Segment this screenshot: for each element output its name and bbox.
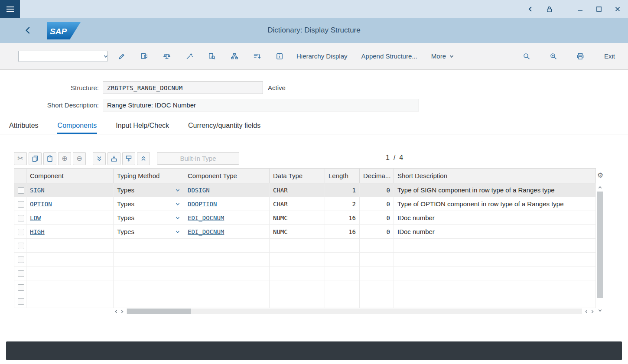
sort-descending-icon[interactable] xyxy=(250,49,264,64)
row-select-cell[interactable] xyxy=(14,225,26,239)
table-row-empty[interactable] xyxy=(14,266,596,280)
horizontal-scroll-thumb[interactable] xyxy=(127,309,191,314)
chevron-down-icon[interactable] xyxy=(175,215,180,221)
col-header-length[interactable]: Length xyxy=(325,169,360,183)
scroll-right-icon[interactable] xyxy=(119,309,125,314)
row-select-cell[interactable] xyxy=(14,239,26,253)
row-checkbox[interactable] xyxy=(18,243,24,249)
paste-icon[interactable] xyxy=(43,152,56,165)
tab-currency-quantity-fields[interactable]: Currency/quantity fields xyxy=(188,118,261,134)
col-header-typing-method[interactable]: Typing Method xyxy=(114,169,184,183)
scroll-down-icon[interactable] xyxy=(598,308,602,313)
table-row[interactable]: OPTION Types DDOPTION CHAR 2 0 Type of O… xyxy=(14,197,596,211)
row-select-cell[interactable] xyxy=(14,253,26,266)
row-select-cell[interactable] xyxy=(14,266,26,280)
command-field[interactable] xyxy=(18,51,107,62)
row-checkbox[interactable] xyxy=(18,215,24,221)
chevron-down-icon[interactable] xyxy=(175,202,180,207)
close-icon[interactable] xyxy=(614,6,621,13)
cut-icon[interactable]: ✂ xyxy=(14,152,27,165)
col-header-short-description[interactable]: Short Description xyxy=(394,169,596,183)
table-row[interactable]: LOW Types EDI_DOCNUM NUMC 16 0 IDoc numb… xyxy=(14,211,596,225)
info-icon[interactable] xyxy=(272,49,287,64)
short-description-label: Short Description: xyxy=(0,101,103,109)
search-plus-icon[interactable] xyxy=(546,49,561,64)
table-settings-gear-icon[interactable]: ⚙ xyxy=(595,168,605,183)
table-row[interactable]: HIGH Types EDI_DOCNUM NUMC 16 0 IDoc num… xyxy=(14,225,596,239)
append-structure-button[interactable]: Append Structure... xyxy=(357,49,422,63)
component-type-link[interactable]: DDSIGN xyxy=(188,187,210,194)
maximize-icon[interactable] xyxy=(595,6,602,13)
chevron-down-icon[interactable] xyxy=(175,188,180,193)
col-header-component[interactable]: Component xyxy=(26,169,114,183)
table-row-empty[interactable] xyxy=(14,253,596,266)
table-row-empty[interactable] xyxy=(14,239,596,253)
refresh-object-icon[interactable] xyxy=(137,49,152,64)
col-header-data-type[interactable]: Data Type xyxy=(270,169,325,183)
component-link[interactable]: SIGN xyxy=(30,187,45,194)
short-description-field[interactable]: Range Struture: IDOC Number xyxy=(103,99,419,111)
scroll-left-end-icon[interactable] xyxy=(583,309,589,314)
select-all-header[interactable] xyxy=(14,169,26,183)
remove-line-icon[interactable] xyxy=(122,152,135,165)
component-link[interactable]: OPTION xyxy=(30,201,52,208)
lock-icon[interactable] xyxy=(546,6,553,13)
chevron-down-icon xyxy=(449,54,454,59)
row-select-cell[interactable] xyxy=(14,280,26,294)
table-row-empty[interactable] xyxy=(14,294,596,308)
hierarchy-icon[interactable] xyxy=(227,49,242,64)
double-chevron-down-icon[interactable] xyxy=(93,152,106,165)
hierarchy-display-button[interactable]: Hierarchy Display xyxy=(292,49,352,63)
row-checkbox[interactable] xyxy=(18,229,24,235)
more-button[interactable]: More xyxy=(427,49,459,63)
chevron-left-icon[interactable] xyxy=(527,6,534,13)
col-header-component-type[interactable]: Component Type xyxy=(184,169,270,183)
built-in-type-button[interactable]: Built-In Type xyxy=(157,152,239,165)
scroll-up-icon[interactable] xyxy=(598,185,602,190)
scroll-left-icon[interactable] xyxy=(113,309,119,314)
row-checkbox[interactable] xyxy=(18,284,24,291)
compare-scales-icon[interactable] xyxy=(159,49,174,64)
row-checkbox[interactable] xyxy=(18,187,24,194)
vertical-scroll-thumb[interactable] xyxy=(597,192,603,298)
row-checkbox[interactable] xyxy=(18,201,24,208)
tab-attributes[interactable]: Attributes xyxy=(9,118,39,134)
activate-wand-icon[interactable] xyxy=(182,49,197,64)
double-chevron-up-icon[interactable] xyxy=(137,152,150,165)
data-type-value: CHAR xyxy=(273,187,288,194)
component-type-link[interactable]: DDOPTION xyxy=(188,201,217,208)
display-change-icon[interactable] xyxy=(114,49,129,64)
row-select-cell[interactable] xyxy=(14,197,26,211)
row-checkbox[interactable] xyxy=(18,270,24,277)
command-input[interactable] xyxy=(19,51,103,62)
component-type-link[interactable]: EDI_DOCNUM xyxy=(188,228,224,235)
tab-input-help-check[interactable]: Input Help/Check xyxy=(115,118,169,134)
component-link[interactable]: HIGH xyxy=(30,228,45,235)
menu-icon[interactable] xyxy=(0,0,20,18)
row-select-cell[interactable] xyxy=(14,211,26,225)
row-select-cell[interactable] xyxy=(14,183,26,197)
row-select-cell[interactable] xyxy=(14,294,26,308)
component-link[interactable]: LOW xyxy=(30,214,41,221)
minimize-icon[interactable] xyxy=(577,6,584,13)
where-used-icon[interactable] xyxy=(205,49,219,64)
chevron-down-icon[interactable] xyxy=(103,54,108,59)
delete-row-icon[interactable]: ⊖ xyxy=(73,152,86,165)
copy-icon[interactable] xyxy=(29,152,42,165)
table-row[interactable]: SIGN Types DDSIGN CHAR 1 0 Type of SIGN … xyxy=(14,183,596,197)
row-checkbox[interactable] xyxy=(18,257,24,263)
scroll-right-end-icon[interactable] xyxy=(589,309,595,314)
chevron-down-icon[interactable] xyxy=(175,229,180,234)
insert-row-icon[interactable]: ⊕ xyxy=(58,152,71,165)
search-icon[interactable] xyxy=(519,49,534,64)
tab-components[interactable]: Components xyxy=(57,118,98,134)
print-icon[interactable] xyxy=(573,49,588,64)
table-row-empty[interactable] xyxy=(14,280,596,294)
horizontal-scroll-track[interactable] xyxy=(127,309,582,314)
exit-button[interactable]: Exit xyxy=(600,49,619,63)
col-header-decimals[interactable]: Decima... xyxy=(360,169,394,183)
structure-field[interactable]: ZRGTPTS_RANGE_DOCNUM xyxy=(103,81,263,94)
insert-line-icon[interactable] xyxy=(107,152,120,165)
row-checkbox[interactable] xyxy=(18,298,24,305)
component-type-link[interactable]: EDI_DOCNUM xyxy=(188,214,224,221)
